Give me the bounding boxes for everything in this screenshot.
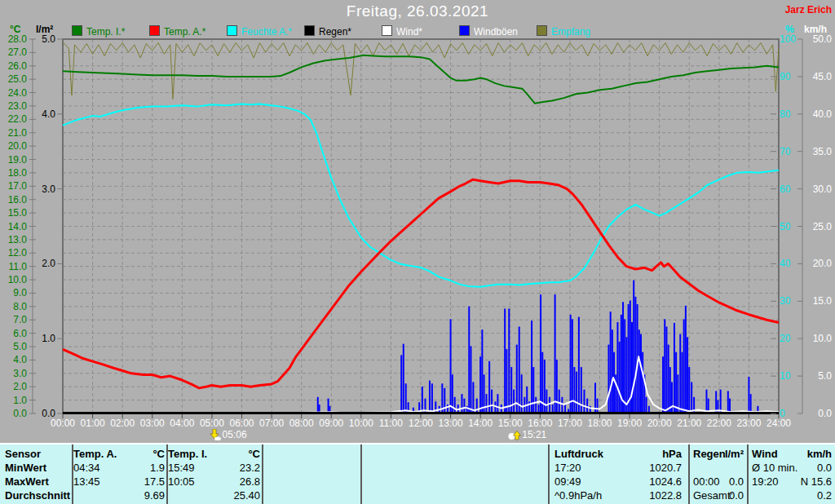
celsius-axis-label: 16.0 bbox=[8, 194, 28, 206]
celsius-axis-label: 10.0 bbox=[8, 274, 28, 285]
time-label: 07:00 bbox=[255, 418, 288, 429]
time-label: 13:00 bbox=[435, 418, 467, 429]
event-marker-0506: 05:06 bbox=[209, 429, 247, 441]
humidity-axis-label: 20 bbox=[780, 333, 791, 344]
time-label: 15:00 bbox=[494, 418, 527, 429]
time-label: 03:00 bbox=[136, 418, 169, 429]
windspeed-axis-label: 25.0 bbox=[813, 221, 833, 232]
humidity-axis-label: 60 bbox=[780, 183, 791, 195]
rain-axis-label: 4.0 bbox=[42, 108, 55, 120]
celsius-axis-label: 27.0 bbox=[8, 46, 28, 58]
time-label: 11:00 bbox=[374, 418, 407, 429]
time-label: 05:00 bbox=[196, 418, 228, 429]
celsius-axis-label: 25.0 bbox=[8, 73, 28, 85]
celsius-axis-label: 8.0 bbox=[13, 301, 27, 312]
celsius-axis-label: 26.0 bbox=[8, 60, 28, 72]
windspeed-axis-label: 35.0 bbox=[813, 146, 833, 157]
windspeed-axis-label: 10.0 bbox=[813, 333, 833, 344]
time-label: 12:00 bbox=[404, 418, 437, 429]
windspeed-axis-label: 45.0 bbox=[813, 71, 833, 82]
event-marker-1521: 15:21 bbox=[508, 429, 546, 441]
humidity-axis-label: 10 bbox=[780, 370, 791, 382]
time-label: 10:00 bbox=[345, 418, 378, 429]
windspeed-axis-label: 20.0 bbox=[813, 258, 833, 269]
table-cell-wind-value: 0.0 bbox=[0, 462, 832, 474]
event-marker-time: 15:21 bbox=[522, 429, 546, 440]
plot-border bbox=[63, 39, 779, 413]
weather-chart-plot[interactable]: 0.01.02.03.04.05.06.07.08.09.010.011.012… bbox=[0, 0, 835, 444]
celsius-axis-label: 22.0 bbox=[8, 113, 28, 125]
celsius-axis-label: 24.0 bbox=[8, 87, 28, 99]
celsius-axis-label: 4.0 bbox=[13, 354, 27, 365]
celsius-axis-label: 11.0 bbox=[9, 261, 28, 272]
celsius-axis-label: 3.0 bbox=[13, 368, 27, 379]
moonrise-icon bbox=[508, 429, 522, 440]
time-label: 09:00 bbox=[315, 418, 347, 429]
time-label: 06:00 bbox=[226, 418, 258, 429]
rain-axis-label: 2.0 bbox=[42, 258, 55, 269]
celsius-axis-label: 12.0 bbox=[8, 247, 28, 259]
time-label: 02:00 bbox=[106, 418, 139, 429]
time-label: 01:00 bbox=[77, 418, 109, 429]
time-label: 17:00 bbox=[554, 418, 586, 429]
humidity-axis-label: 100 bbox=[780, 33, 796, 45]
time-label: 08:00 bbox=[285, 418, 318, 429]
sun-moon-markers: 05:0615:21 bbox=[0, 429, 835, 442]
celsius-axis-label: 18.0 bbox=[8, 167, 28, 179]
time-label: 21:00 bbox=[673, 418, 705, 429]
celsius-axis-label: 9.0 bbox=[13, 287, 27, 298]
table-unit-wind: km/h bbox=[0, 448, 832, 460]
celsius-axis-label: 17.0 bbox=[8, 180, 28, 192]
time-label: 19:00 bbox=[613, 418, 646, 429]
rain-axis-label: 3.0 bbox=[42, 183, 55, 195]
celsius-axis-label: 2.0 bbox=[13, 381, 27, 392]
time-label: 18:00 bbox=[584, 418, 616, 429]
time-label: 20:00 bbox=[643, 418, 676, 429]
windspeed-axis-label: 50.0 bbox=[813, 33, 833, 45]
humidity-axis-label: 70 bbox=[780, 146, 791, 157]
windspeed-axis-label: 5.0 bbox=[818, 370, 832, 382]
time-label: 04:00 bbox=[166, 418, 198, 429]
celsius-axis-label: 20.0 bbox=[8, 140, 28, 152]
humidity-axis-label: 30 bbox=[780, 295, 791, 307]
event-marker-time: 05:06 bbox=[223, 429, 247, 440]
celsius-axis-label: 1.0 bbox=[13, 395, 27, 406]
windspeed-axis-label: 15.0 bbox=[813, 295, 833, 307]
sunrise-icon bbox=[209, 429, 223, 440]
time-label: 14:00 bbox=[464, 418, 497, 429]
celsius-axis-label: 6.0 bbox=[13, 328, 27, 339]
humidity-axis-label: 40 bbox=[780, 258, 791, 269]
summary-table: SensorMinWertMaxWertDurchschnittTemp. A.… bbox=[0, 443, 835, 504]
windspeed-axis-label: 40.0 bbox=[813, 108, 833, 120]
humidity-axis-label: 50 bbox=[780, 221, 791, 232]
time-label: 23:00 bbox=[732, 418, 765, 429]
humidity-axis-label: 90 bbox=[780, 71, 791, 82]
table-cell-wind-value: N 15.6 bbox=[0, 475, 832, 488]
celsius-axis-label: 15.0 bbox=[8, 207, 28, 219]
humidity-axis-label: 80 bbox=[780, 108, 791, 120]
rain-axis-label: 1.0 bbox=[42, 333, 55, 344]
celsius-axis-label: 28.0 bbox=[8, 33, 28, 45]
rain-axis-label: 5.0 bbox=[42, 33, 55, 45]
celsius-axis-label: 21.0 bbox=[8, 127, 28, 139]
time-label: 16:00 bbox=[524, 418, 556, 429]
time-label: 00:00 bbox=[46, 418, 79, 429]
celsius-axis-label: 13.0 bbox=[8, 234, 28, 245]
time-label: 24:00 bbox=[762, 418, 795, 429]
celsius-axis-label: 5.0 bbox=[13, 341, 27, 352]
windspeed-axis-label: 30.0 bbox=[813, 183, 833, 195]
time-label: 22:00 bbox=[703, 418, 736, 429]
celsius-axis-label: 14.0 bbox=[8, 221, 28, 232]
celsius-axis-label: 19.0 bbox=[8, 154, 28, 166]
celsius-axis-label: 23.0 bbox=[8, 100, 28, 112]
celsius-axis-label: 7.0 bbox=[13, 314, 27, 325]
table-cell-wind-value: 0.2 bbox=[0, 489, 832, 502]
